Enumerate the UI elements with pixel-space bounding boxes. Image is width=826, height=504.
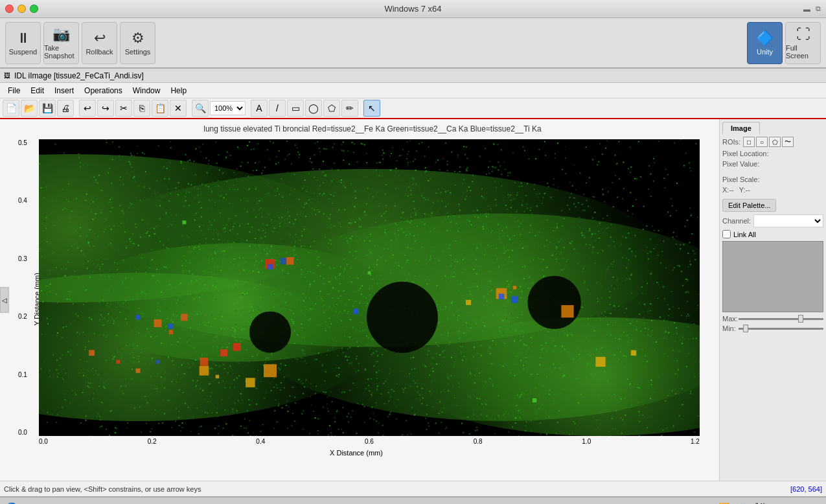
y-tick-1: 0.4	[18, 197, 27, 204]
link-all-checkbox[interactable]	[722, 230, 731, 238]
zoom-select[interactable]: 100% 50% 200%	[210, 101, 246, 115]
min-label: Min:	[722, 325, 739, 332]
menu-help[interactable]: Help	[165, 85, 192, 97]
zoom-tool[interactable]: 🔍	[192, 100, 209, 117]
scale-y: Y:--	[739, 186, 750, 194]
bottom-right-icons: 📶 🔊 💾 ⇄ ⌨ ⊡	[717, 501, 821, 504]
rect-tool[interactable]: ▭	[287, 100, 304, 117]
pixel-value-row: Pixel Value:	[722, 160, 823, 168]
undo-tool[interactable]: ↩	[79, 100, 96, 117]
select-tool[interactable]: ↖	[363, 100, 380, 117]
line-tool[interactable]: /	[269, 100, 286, 117]
snapshot-button[interactable]: 📷 Take Snapshot	[43, 22, 79, 64]
delete-tool[interactable]: ✕	[170, 100, 187, 117]
roi-rect-btn[interactable]: □	[743, 137, 755, 147]
unity-button[interactable]: 🔷 Unity	[747, 22, 783, 64]
channel-dropdown[interactable]	[753, 214, 823, 227]
window-minimize-icon[interactable]: ▬	[803, 5, 810, 13]
rollback-label: Rollback	[86, 48, 113, 56]
unity-icon: 🔷	[756, 30, 774, 47]
image-title: lung tissue elevated Ti broncial Red=tis…	[39, 119, 706, 136]
menu-operations[interactable]: Operations	[79, 85, 128, 97]
fullscreen-button[interactable]: ⛶ Full Screen	[785, 22, 821, 64]
cut-tool[interactable]: ✂	[115, 100, 132, 117]
x-axis-label: X Distance (mm)	[330, 449, 383, 457]
x-tick-5: 1.0	[582, 438, 591, 445]
x-tick-1: 0.2	[148, 438, 157, 445]
status-coordinates: [620, 564]	[790, 485, 822, 493]
pixel-location-row: Pixel Location:	[722, 150, 823, 157]
rollback-button[interactable]: ↩ Rollback	[82, 22, 117, 64]
x-tick-0: 0.0	[39, 438, 48, 445]
microscopy-image[interactable]	[39, 139, 700, 436]
menu-file[interactable]: File	[3, 85, 25, 97]
new-tool[interactable]: 📄	[3, 100, 19, 117]
print-tool[interactable]: 🖨	[57, 100, 74, 117]
sound-icon[interactable]: 🔊	[735, 501, 748, 504]
y-tick-3: 0.2	[18, 313, 27, 320]
bluetooth-icon: 🔵	[5, 502, 18, 505]
snapshot-label: Take Snapshot	[44, 44, 78, 60]
pixel-scale-row: Pixel Scale:	[722, 176, 823, 183]
edit-palette-button[interactable]: Edit Palette...	[722, 199, 776, 212]
keyboard-icon[interactable]: ⌨	[790, 501, 803, 504]
suspend-icon: ⏸	[16, 30, 30, 47]
top-toolbar: ⏸ Suspend 📷 Take Snapshot ↩ Rollback ⚙ S…	[0, 18, 826, 69]
link-all-label: Link All	[733, 231, 756, 238]
settings-button[interactable]: ⚙ Settings	[120, 22, 155, 64]
maximize-button[interactable]	[30, 5, 38, 13]
suspend-label: Suspend	[9, 48, 37, 56]
scale-xy-row: X:-- Y:--	[722, 186, 823, 194]
fullscreen-label: Full Screen	[786, 44, 820, 60]
channel-row: Channel:	[722, 214, 823, 227]
x-tick-4: 0.8	[474, 438, 483, 445]
rois-label: ROIs:	[722, 138, 740, 146]
menu-window[interactable]: Window	[128, 85, 166, 97]
chart-wrapper: Y Distance (mm) 0.5 0.4 0.3 0.2 0.1 0.0 …	[6, 136, 706, 462]
min-slider-handle[interactable]	[743, 325, 748, 332]
copy-tool[interactable]: ⎘	[133, 100, 150, 117]
x-tick-2: 0.4	[256, 438, 265, 445]
app-title: IDL iImage [tissue2_FeCaTi_Andi.isv]	[14, 71, 144, 80]
paste-tool[interactable]: 📋	[152, 100, 168, 117]
power-icon[interactable]: ⊡	[808, 501, 821, 504]
image-tab[interactable]: Image	[722, 122, 760, 134]
status-bar: Click & drag to pan view, <Shift> constr…	[0, 481, 826, 496]
freehand-tool[interactable]: ✏	[341, 100, 358, 117]
main-content: ◁ lung tissue elevated Ti broncial Red=t…	[0, 119, 826, 481]
network-icon[interactable]: ⇄	[772, 501, 785, 504]
window-restore-icon[interactable]: ⧉	[816, 5, 821, 13]
y-tick-2: 0.3	[18, 255, 27, 262]
pixel-location-label: Pixel Location:	[722, 150, 769, 157]
ellipse-tool[interactable]: ◯	[305, 100, 322, 117]
polygon-tool[interactable]: ⬠	[323, 100, 340, 117]
suspend-button[interactable]: ⏸ Suspend	[5, 22, 41, 64]
hdd-icon[interactable]: 💾	[753, 501, 766, 504]
x-tick-3: 0.6	[365, 438, 374, 445]
snapshot-icon: 📷	[52, 26, 70, 43]
right-panel: Image ROIs: □ ○ ⬠ 〜 Pixel Location: Pixe…	[719, 119, 826, 481]
menu-insert[interactable]: Insert	[49, 85, 79, 97]
rois-row: ROIs: □ ○ ⬠ 〜	[722, 137, 823, 147]
wifi-icon[interactable]: 📶	[717, 501, 730, 504]
app-title-bar: 🖼 IDL iImage [tissue2_FeCaTi_Andi.isv]	[0, 69, 826, 83]
menu-edit[interactable]: Edit	[25, 85, 49, 97]
roi-free-btn[interactable]: 〜	[782, 137, 794, 147]
open-tool[interactable]: 📂	[21, 100, 38, 117]
channel-label: Channel:	[722, 217, 751, 225]
panel-collapse-button[interactable]: ◁	[0, 287, 9, 313]
minimize-button[interactable]	[17, 5, 26, 13]
min-slider-track	[739, 328, 823, 330]
roi-poly-btn[interactable]: ⬠	[769, 137, 781, 147]
roi-ellipse-btn[interactable]: ○	[756, 137, 768, 147]
x-axis-ticks: 0.0 0.2 0.4 0.6 0.8 1.0 1.2	[39, 438, 700, 445]
max-label: Max:	[722, 315, 739, 323]
fullscreen-icon: ⛶	[796, 26, 810, 43]
redo-tool[interactable]: ↪	[97, 100, 114, 117]
save-tool[interactable]: 💾	[39, 100, 56, 117]
close-button[interactable]	[5, 5, 14, 13]
scale-x: X:--	[722, 186, 734, 194]
max-slider-handle[interactable]	[798, 315, 803, 323]
text-tool[interactable]: A	[251, 100, 268, 117]
max-slider-track	[739, 318, 823, 320]
